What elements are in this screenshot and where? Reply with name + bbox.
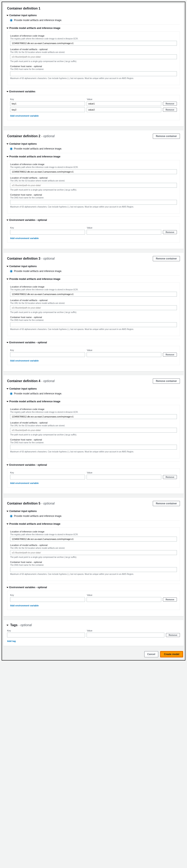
env-value-header: Value	[87, 594, 163, 596]
add-env-link[interactable]: Add environment variable	[10, 482, 39, 484]
artifacts-after-help: The path must point to a single gzip com…	[10, 60, 177, 63]
remove-env-button[interactable]: Remove	[163, 102, 177, 106]
artifacts-input[interactable]	[10, 305, 177, 310]
remove-container-button[interactable]: Remove container	[153, 133, 180, 139]
inference-image-input[interactable]	[10, 414, 177, 419]
hostname-input[interactable]	[10, 200, 177, 205]
env-key-input[interactable]	[10, 107, 85, 112]
container-title: Container definition 1	[7, 7, 40, 10]
env-section-toggle[interactable]: Environment variables - optional	[7, 341, 180, 344]
env-row: Remove	[10, 230, 177, 235]
env-key-input[interactable]	[10, 230, 85, 235]
env-value-input[interactable]	[87, 597, 161, 602]
provide-artifacts-radio[interactable]: Provide model artifacts and inference im…	[10, 19, 180, 22]
chevron-down-icon	[6, 388, 8, 389]
provide-artifacts-radio-label: Provide model artifacts and inference im…	[14, 515, 62, 518]
env-value-input[interactable]	[87, 352, 161, 357]
hostname-input[interactable]	[10, 445, 177, 450]
provide-artifacts-radio-input[interactable]	[10, 392, 12, 395]
hostname-input[interactable]	[10, 322, 177, 327]
env-key-input[interactable]	[10, 475, 85, 479]
add-env-link[interactable]: Add environment variable	[10, 360, 39, 362]
provide-artifacts-radio-input[interactable]	[10, 19, 12, 22]
inference-image-input[interactable]	[10, 41, 177, 46]
env-value-header: Value	[87, 226, 163, 229]
provide-section-toggle[interactable]: Provide model artifacts and inference im…	[7, 278, 180, 280]
add-env-link[interactable]: Add environment variable	[10, 115, 39, 117]
container-input-options-toggle[interactable]: Container input options	[7, 143, 180, 145]
provide-artifacts-radio[interactable]: Provide model artifacts and inference im…	[10, 515, 180, 518]
env-section-label: Environment variables - optional	[9, 219, 47, 221]
tags-title: Tags - optional	[7, 623, 32, 627]
provide-artifacts-radio-input[interactable]	[10, 515, 12, 518]
remove-env-button[interactable]: Remove	[163, 475, 177, 479]
hostname-after-help: Maximum of 63 alphanumeric characters. C…	[10, 77, 177, 80]
provide-artifacts-radio[interactable]: Provide model artifacts and inference im…	[10, 147, 180, 150]
hostname-label: Container host name - optional	[10, 561, 177, 563]
provide-artifacts-radio-input[interactable]	[10, 270, 12, 273]
add-env-link[interactable]: Add environment variable	[10, 237, 39, 240]
artifacts-help: The URL for the S3 location where model …	[10, 424, 177, 427]
env-key-input[interactable]	[10, 101, 85, 106]
hostname-input[interactable]	[10, 71, 177, 76]
remove-container-button[interactable]: Remove container	[153, 378, 180, 384]
remove-env-button[interactable]: Remove	[163, 597, 177, 601]
artifacts-input[interactable]	[10, 183, 177, 188]
hostname-input[interactable]	[10, 567, 177, 572]
container-input-options-toggle[interactable]: Container input options	[7, 387, 180, 390]
container-input-options-toggle[interactable]: Container input options	[7, 510, 180, 513]
add-env-link[interactable]: Add environment variable	[10, 604, 39, 607]
remove-env-button[interactable]: Remove	[163, 108, 177, 112]
container-title: Container definition 2 - optional	[7, 134, 55, 138]
artifacts-input[interactable]	[10, 428, 177, 433]
artifacts-input[interactable]	[10, 550, 177, 555]
hostname-help: The DNS host name for the container.	[10, 564, 177, 566]
env-value-input[interactable]	[87, 107, 161, 112]
hostname-label: Container host name - optional	[10, 193, 177, 196]
provide-section-toggle[interactable]: Provide model artifacts and inference im…	[7, 155, 180, 158]
container-title: Container definition 4 - optional	[7, 379, 55, 383]
container-input-options-toggle[interactable]: Container input options	[7, 265, 180, 268]
chevron-down-icon	[6, 401, 8, 402]
cancel-button[interactable]: Cancel	[144, 651, 158, 657]
env-key-input[interactable]	[10, 597, 85, 602]
env-section-toggle[interactable]: Environment variables - optional	[7, 464, 180, 466]
add-tag-link[interactable]: Add tag	[7, 640, 16, 642]
container-panel-1: Container definition 1 Container input o…	[3, 3, 184, 126]
create-model-button[interactable]: Create model	[160, 651, 183, 657]
tag-key-input[interactable]	[7, 632, 85, 638]
inference-image-input[interactable]	[10, 169, 177, 174]
remove-env-button[interactable]: Remove	[163, 352, 177, 356]
chevron-down-icon[interactable]	[6, 625, 8, 626]
env-section-label: Environment variables - optional	[9, 464, 47, 466]
provide-artifacts-radio[interactable]: Provide model artifacts and inference im…	[10, 270, 180, 273]
remove-env-button[interactable]: Remove	[163, 230, 177, 234]
env-section-toggle[interactable]: Environment variables - optional	[7, 586, 180, 589]
provide-section-toggle[interactable]: Provide model artifacts and inference im…	[7, 400, 180, 403]
tag-value-input[interactable]	[87, 632, 164, 638]
env-value-input[interactable]	[87, 475, 161, 479]
provide-section-toggle[interactable]: Provide model artifacts and inference im…	[7, 523, 180, 525]
env-row: Remove	[10, 352, 177, 357]
env-value-input[interactable]	[87, 101, 161, 106]
remove-tag-button[interactable]: Remove	[166, 633, 180, 637]
chevron-down-icon	[6, 524, 8, 525]
artifacts-input[interactable]	[10, 54, 177, 59]
artifacts-after-help: The path must point to a single gzip com…	[10, 188, 177, 191]
env-value-input[interactable]	[87, 230, 161, 235]
inference-image-input[interactable]	[10, 292, 177, 297]
remove-container-button[interactable]: Remove container	[153, 256, 180, 261]
env-key-input[interactable]	[10, 352, 85, 357]
provide-section-toggle[interactable]: Provide model artifacts and inference im…	[7, 27, 180, 30]
remove-container-button[interactable]: Remove container	[153, 501, 180, 506]
container-input-options-toggle[interactable]: Container input options	[7, 14, 180, 17]
env-section-toggle[interactable]: Environment variables - optional	[7, 219, 180, 221]
env-section-toggle[interactable]: Environment variables	[7, 90, 180, 93]
provide-artifacts-radio-input[interactable]	[10, 148, 12, 150]
inference-image-help: The registry path where the inference co…	[10, 411, 177, 413]
env-key-header: Key	[10, 98, 87, 100]
provide-artifacts-radio[interactable]: Provide model artifacts and inference im…	[10, 392, 180, 395]
hostname-after-help: Maximum of 63 alphanumeric characters. C…	[10, 573, 177, 576]
provide-section-label: Provide model artifacts and inference im…	[9, 523, 60, 525]
inference-image-input[interactable]	[10, 537, 177, 541]
